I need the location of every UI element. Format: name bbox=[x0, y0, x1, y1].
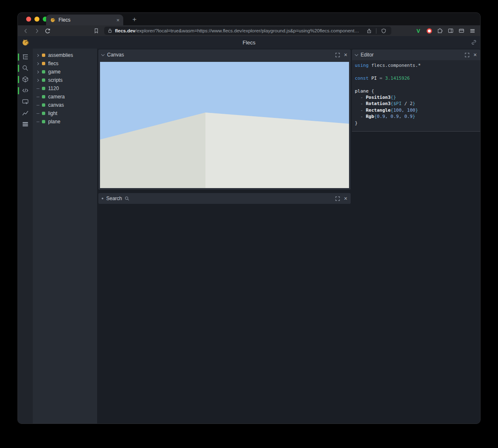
panel-title: Editor bbox=[361, 52, 374, 58]
close-panel-icon[interactable]: × bbox=[344, 196, 347, 201]
code-editor[interactable]: using flecs.components.* const PI = 3.14… bbox=[352, 60, 480, 132]
tree-item-1120[interactable]: 1120 bbox=[33, 84, 97, 93]
rail-stats-button[interactable] bbox=[18, 110, 33, 121]
tree-item-label: camera bbox=[48, 94, 65, 100]
new-tab-button[interactable]: + bbox=[129, 14, 140, 25]
tree-item-scripts[interactable]: scripts bbox=[33, 76, 97, 84]
entity-color-square bbox=[42, 54, 45, 57]
reload-icon[interactable] bbox=[43, 26, 52, 35]
expand-chevron-icon[interactable] bbox=[37, 63, 42, 65]
code-line: plane { bbox=[355, 88, 480, 94]
canvas-panel-body bbox=[98, 60, 351, 190]
expand-chevron-icon[interactable] bbox=[37, 54, 42, 56]
tree-item-label: light bbox=[48, 110, 57, 116]
browser-tab[interactable]: Flecs × bbox=[46, 15, 123, 25]
canvas-panel: Canvas × bbox=[98, 49, 351, 190]
tree-item-label: scripts bbox=[48, 77, 63, 83]
collapse-chevron-icon[interactable] bbox=[101, 52, 105, 56]
extensions-puzzle-icon[interactable] bbox=[435, 26, 444, 35]
rail-entity-tree-button[interactable] bbox=[18, 54, 33, 65]
app-body: assemblies flecs game scripts 1120 bbox=[18, 49, 480, 424]
tree-item-camera[interactable]: camera bbox=[33, 93, 97, 101]
collapsed-dot-icon[interactable] bbox=[102, 198, 103, 199]
entity-color-square bbox=[42, 70, 45, 73]
close-panel-icon[interactable]: × bbox=[474, 52, 477, 58]
rail-inspect-button[interactable] bbox=[18, 98, 33, 110]
code-line: - Rectangle{100, 100} bbox=[355, 107, 480, 113]
secure-lock-icon bbox=[107, 28, 112, 33]
brave-shield-icon[interactable] bbox=[379, 26, 388, 35]
tree-item-flecs[interactable]: flecs bbox=[33, 59, 97, 68]
tab-close-icon[interactable]: × bbox=[116, 17, 120, 23]
entity-color-square bbox=[42, 120, 45, 123]
flecs-logo-icon bbox=[21, 38, 29, 47]
url-path: /explorer/?local=true&wasm=https://www.f… bbox=[135, 28, 359, 33]
canvas-panel-header: Canvas × bbox=[98, 49, 351, 60]
expand-fullscreen-icon[interactable] bbox=[464, 51, 471, 58]
code-line bbox=[355, 69, 480, 75]
tree-item-light[interactable]: light bbox=[33, 109, 97, 118]
url-domain: flecs.dev bbox=[115, 28, 135, 33]
extension-record-icon[interactable] bbox=[425, 26, 434, 35]
browser-toolbar: flecs.dev/explorer/?local=true&wasm=http… bbox=[18, 25, 480, 36]
menu-icon[interactable] bbox=[468, 26, 477, 35]
forward-icon[interactable] bbox=[32, 26, 41, 35]
sidebar-icon[interactable] bbox=[446, 26, 455, 35]
tree-item-assemblies[interactable]: assemblies bbox=[33, 51, 97, 59]
expand-fullscreen-icon[interactable] bbox=[334, 51, 341, 58]
code-line: - Rotation3{$PI / 2} bbox=[355, 100, 480, 107]
active-indicator bbox=[18, 87, 19, 94]
browser-window: Flecs × + flecs.dev/explorer/?local=true… bbox=[17, 12, 481, 424]
minimize-window-button[interactable] bbox=[34, 17, 39, 22]
tab-title: Flecs bbox=[59, 17, 113, 23]
editor-panel-header: Editor × bbox=[352, 49, 480, 60]
search-panel[interactable]: Search × bbox=[98, 193, 351, 204]
tab-favicon-flecs-logo-icon bbox=[50, 17, 56, 23]
wallet-icon[interactable] bbox=[457, 26, 466, 35]
rail-components-button[interactable] bbox=[18, 76, 33, 87]
panel-title: Canvas bbox=[107, 52, 124, 58]
main-column: Canvas × Search bbox=[97, 49, 351, 424]
close-window-button[interactable] bbox=[26, 17, 31, 22]
search-icon bbox=[124, 195, 130, 202]
entity-color-square bbox=[42, 112, 45, 115]
editor-column: Editor × using flecs.components.* const … bbox=[352, 49, 480, 424]
tree-item-label: 1120 bbox=[48, 86, 59, 91]
address-bar-separator bbox=[376, 28, 376, 34]
address-bar[interactable]: flecs.dev/explorer/?local=true&wasm=http… bbox=[104, 27, 391, 35]
search-icon bbox=[22, 65, 29, 71]
cube-icon bbox=[22, 76, 29, 83]
close-panel-icon[interactable]: × bbox=[344, 52, 347, 58]
stats-chart-icon bbox=[22, 110, 29, 116]
share-link-icon[interactable] bbox=[471, 39, 477, 45]
share-icon[interactable] bbox=[364, 26, 374, 35]
rail-query-button[interactable] bbox=[18, 65, 33, 76]
app-header: Flecs bbox=[18, 36, 480, 49]
entity-color-square bbox=[42, 62, 45, 65]
entity-tree-icon bbox=[22, 54, 29, 60]
panel-title: Search bbox=[106, 196, 122, 201]
tree-item-plane[interactable]: plane bbox=[33, 118, 97, 126]
canvas-3d-scene[interactable] bbox=[100, 62, 349, 188]
tree-item-canvas[interactable]: canvas bbox=[33, 101, 97, 109]
active-indicator bbox=[18, 54, 19, 61]
leaf-dash-icon bbox=[37, 105, 42, 105]
leaf-dash-icon bbox=[37, 88, 42, 89]
active-indicator bbox=[18, 65, 19, 72]
expand-fullscreen-icon[interactable] bbox=[334, 195, 341, 202]
url-text: flecs.dev/explorer/?local=true&wasm=http… bbox=[115, 28, 362, 33]
tree-item-game[interactable]: game bbox=[33, 68, 97, 76]
rail-script-button[interactable] bbox=[18, 87, 33, 98]
extension-v-icon[interactable]: V bbox=[414, 26, 423, 35]
tree-item-label: flecs bbox=[48, 61, 59, 66]
rail-journal-button[interactable] bbox=[18, 121, 33, 132]
back-icon[interactable] bbox=[21, 26, 30, 35]
tree-item-label: plane bbox=[48, 119, 60, 125]
code-icon bbox=[22, 87, 29, 94]
expand-chevron-icon[interactable] bbox=[37, 71, 42, 73]
bookmark-icon[interactable] bbox=[92, 26, 101, 35]
expand-chevron-icon[interactable] bbox=[37, 79, 42, 81]
rows-icon bbox=[22, 121, 29, 127]
collapse-chevron-icon[interactable] bbox=[355, 52, 358, 56]
leaf-dash-icon bbox=[37, 97, 42, 97]
